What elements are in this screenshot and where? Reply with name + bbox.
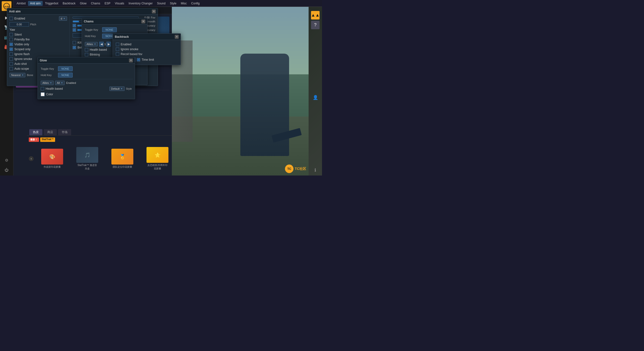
glow-togglekey-label: Toggle Key [41, 67, 56, 70]
chams-blinking-cb[interactable] [85, 53, 88, 56]
sidebar-settings-icon[interactable]: ⚙ [2, 156, 11, 164]
watermark-logo: TC [285, 164, 294, 173]
antiaim-scoped-row: Scoped only [8, 47, 68, 52]
watermark-text: TC社区 [295, 167, 306, 171]
backtrack-enabled-cb[interactable] [116, 43, 119, 46]
right-info-icon[interactable]: ℹ [311, 166, 320, 174]
glow-holdkey-btn[interactable]: NONE [58, 73, 73, 78]
chams-healthbased-cb[interactable] [85, 48, 88, 52]
antiaim-title: Anti aim [9, 10, 20, 13]
antiaim-mode-dropdown[interactable]: d ▼ [59, 16, 67, 21]
store-item-1[interactable]: 🎨 作战室印花胶囊 [36, 149, 69, 169]
antiaim-ignoreflash-cb[interactable] [10, 52, 13, 56]
antiaim-pitch-label: Pitch [30, 23, 36, 26]
sidebar-power-icon[interactable]: ⏻ [2, 166, 11, 174]
menu-bar: Aimbot Anti aim Triggerbot Backtrack Glo… [14, 0, 322, 7]
menu-backtrack[interactable]: Backtrack [61, 1, 78, 6]
glow-style-val: Default [111, 87, 120, 90]
antiaim-fov-label: Fov [151, 16, 155, 19]
chams-close-btn[interactable]: ✕ [142, 20, 145, 24]
antiaim-scoped-cb[interactable] [10, 48, 13, 51]
glow-healthbased-cb[interactable] [41, 87, 44, 90]
chams-prev-btn[interactable]: ◀ [99, 42, 104, 46]
store-item-3[interactable]: 🏅 团队定位印花胶囊 [106, 149, 139, 169]
menu-glow[interactable]: Glow [78, 1, 88, 6]
right-avatar-icon[interactable]: 👤 [311, 93, 320, 102]
store-item-name-2: StatTrak™ 激进音乐盒 [76, 164, 98, 170]
store-badge-row: 最新！ StatTrak™ [29, 138, 172, 142]
backtrack-titlebar[interactable]: Backtrack ✕ [113, 34, 180, 40]
store-prev-btn[interactable]: ‹ [29, 156, 34, 161]
backtrack-ignoresmoke-cb[interactable] [116, 48, 119, 51]
antiaim-ff-cb[interactable] [10, 38, 13, 41]
antiaim-close-btn[interactable]: ✕ [152, 10, 156, 14]
antiaim-killshot-cb[interactable] [73, 41, 76, 44]
menu-visuals[interactable]: Visuals [113, 1, 126, 6]
store-tab-market[interactable]: 市场 [58, 129, 71, 135]
store-item-2[interactable]: 🎵 StatTrak™ 激进音乐盒 [71, 147, 104, 170]
chams-next-btn[interactable]: ▶ [106, 42, 111, 46]
antiaim-scoped-label: Scoped only [14, 48, 30, 51]
antiaim-nearest-dropdown[interactable]: Nearest ▼ [10, 73, 25, 77]
backtrack-close-btn[interactable]: ✕ [175, 35, 179, 39]
chams-allies-dropdown[interactable]: Allies ▼ [85, 42, 98, 46]
antiaim-ignoreflash-label: Ignore flash [14, 52, 30, 56]
antiaim-pitch-input[interactable] [10, 22, 29, 26]
antiaim-autoscope-label: Auto scope [14, 67, 29, 70]
chams-healthbased-label: Health based [90, 48, 107, 52]
antiaim-visible-cb[interactable] [10, 43, 13, 46]
menu-inventory[interactable]: Inventory Changer [127, 1, 155, 6]
glow-style-label: Style [126, 87, 132, 90]
menu-style[interactable]: Style [168, 1, 178, 6]
antiaim-maxshot-cb[interactable] [73, 28, 76, 32]
chams-togglekey-label: Toggle Key [85, 28, 101, 31]
chams-togglekey-row: Toggle Key NONE [84, 26, 145, 33]
glow-titlebar[interactable]: Glow ✕ [38, 57, 135, 64]
store-item-4[interactable]: ⭐ 反恐精英20周年印花胶囊 [141, 147, 172, 170]
antiaim-visible-label: Visible only [14, 43, 29, 46]
glow-togglekey-btn[interactable]: NONE [58, 66, 73, 71]
store-item-img-3: 🏅 [112, 149, 133, 164]
glow-style-arrow: ▼ [121, 88, 123, 90]
store-items: 最新！ StatTrak™ ‹ 🎨 作战室印花胶囊 🎵 StatTrak™ 激进… [27, 135, 172, 176]
glow-all-dropdown[interactable]: All ▼ [55, 81, 64, 85]
glow-close-btn[interactable]: ✕ [129, 58, 133, 62]
glow-enabled-label: Enabled [66, 82, 76, 84]
antiaim-autoshot-cb[interactable] [10, 62, 13, 66]
menu-aimbot[interactable]: Aimbot [15, 1, 28, 6]
glow-holdkey-label: Hold Key [41, 74, 56, 76]
backtrack-recoilfov-label: Recoil based fov [121, 52, 142, 56]
antiaim-ignoresmoke-cb[interactable] [10, 57, 13, 61]
menu-triggerbot[interactable]: Triggerbot [43, 1, 60, 6]
store-item-img-4: ⭐ [146, 147, 168, 163]
antiaim-ignoreflash-row: Ignore flash [8, 52, 68, 56]
glow-allies-dropdown[interactable]: Allies ▼ [41, 81, 54, 85]
glow-color-swatch[interactable] [41, 92, 44, 96]
antiaim-titlebar[interactable]: Anti aim ✕ [7, 8, 158, 14]
antiaim-enabled-cb[interactable] [10, 17, 13, 20]
antiaim-silent-cb[interactable] [10, 33, 13, 36]
antiaim-yaw-row: Yaw [8, 27, 68, 32]
glow-title: Glow [40, 59, 47, 62]
glow-togglekey-row: Toggle Key NONE [40, 66, 133, 72]
backtrack-recoilfov-cb[interactable] [116, 52, 119, 56]
chams-titlebar[interactable]: Chams ✕ [82, 18, 147, 24]
menu-chams[interactable]: Chams [89, 1, 102, 6]
store-tab-hot[interactable]: 热卖 [29, 129, 42, 135]
menu-esp[interactable]: ESP [102, 1, 112, 6]
store-tab-shop[interactable]: 商店 [44, 129, 57, 135]
backtrack-timelimit-cb[interactable] [137, 58, 140, 62]
antiaim-ff-label: Friendly fire [14, 38, 30, 41]
menu-antiaim[interactable]: Anti aim [28, 1, 42, 6]
chams-togglekey-btn[interactable]: NONE [102, 27, 117, 32]
antiaim-maxaim-cb[interactable] [73, 24, 76, 27]
store-item-img-1: 🎨 [41, 149, 63, 164]
menu-sound[interactable]: Sound [155, 1, 168, 6]
antiaim-betweenshots-cb[interactable] [73, 46, 76, 49]
glow-style-dropdown[interactable]: Default ▼ [110, 86, 124, 91]
backtrack-title: Backtrack [115, 35, 129, 38]
menu-misc[interactable]: Misc [179, 1, 189, 6]
antiaim-autoscope-cb[interactable] [10, 67, 13, 70]
menu-config[interactable]: Config [189, 1, 202, 6]
chams-blinking-label: Blinking [90, 53, 100, 56]
